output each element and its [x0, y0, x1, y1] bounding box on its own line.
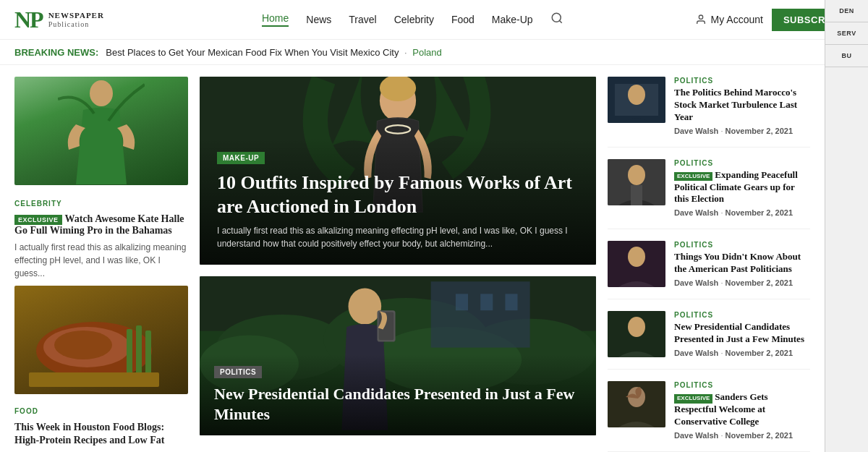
svg-rect-10 — [29, 372, 159, 387]
left-bottom-article: FOOD This Week in Houston Food Blogs: Hi… — [14, 286, 188, 447]
svg-point-31 — [628, 85, 645, 105]
svg-rect-34 — [631, 185, 642, 205]
nav-home[interactable]: Home — [262, 12, 289, 27]
sidebar-thumb-0 — [608, 77, 665, 123]
sidebar-image-2 — [608, 241, 665, 287]
logo-publication: Publication — [48, 20, 104, 28]
far-right-item-2[interactable]: BU — [825, 45, 868, 67]
food-image — [14, 286, 188, 394]
sidebar-item-4: POLITICS EXCLUSIVESanders Gets Respectfu… — [608, 381, 810, 452]
logo-np: NP — [14, 7, 43, 33]
sidebar-content-4: POLITICS EXCLUSIVESanders Gets Respectfu… — [674, 381, 810, 440]
far-right-panel: DEN SERV BU — [825, 0, 868, 452]
svg-line-1 — [559, 20, 561, 22]
center-top-excerpt: I actually first read this as alkalizing… — [217, 224, 579, 250]
sidebar-item-2: POLITICS Things You Didn't Know About th… — [608, 241, 810, 299]
svg-rect-7 — [127, 329, 132, 380]
svg-rect-25 — [505, 294, 517, 310]
svg-rect-23 — [456, 294, 468, 310]
svg-point-3 — [90, 80, 113, 106]
sidebar-title-0: The Politics Behind Marocco's Stock Mark… — [674, 87, 810, 124]
center-bottom-overlay: POLITICS New Presidential Candidates Pre… — [200, 354, 596, 435]
breaking-news-link[interactable]: Poland — [412, 47, 441, 58]
left-top-category: CELEBRITY — [14, 200, 62, 208]
svg-rect-9 — [145, 331, 151, 380]
center-top-overlay: MAKE-UP 10 Outfits Inspired by Famous Wo… — [200, 137, 596, 265]
logo-text: NEWSPAPER Publication — [48, 11, 104, 27]
sidebar-title-4: EXCLUSIVESanders Gets Respectful Welcome… — [674, 391, 810, 428]
sidebar-thumb-2 — [608, 241, 665, 287]
sidebar-title-1: EXCLUSIVEExpanding Peacefull Political C… — [674, 169, 810, 206]
sidebar-meta-1: Dave Walsh · November 2, 2021 — [674, 208, 810, 217]
politics-tag-center-bottom: POLITICS — [214, 366, 262, 378]
svg-point-2 — [699, 15, 702, 19]
breaking-news-text: Best Places to Get Your Mexican Food Fix… — [106, 47, 399, 58]
sidebar-title-3: New Presidential Candidates Presented in… — [674, 321, 810, 346]
svg-point-0 — [552, 13, 561, 22]
center-top-article: MAKE-UP 10 Outfits Inspired by Famous Wo… — [200, 77, 596, 265]
center-top-title: 10 Outfits Inspired by Famous Works of A… — [217, 171, 579, 218]
sidebar-content-3: POLITICS New Presidential Candidates Pre… — [674, 311, 810, 357]
header: NP NEWSPAPER Publication Home News Trave… — [0, 0, 868, 40]
sidebar-content-0: POLITICS The Politics Behind Marocco's S… — [674, 77, 810, 135]
left-top-excerpt: I actually first read this as alkalizing… — [14, 241, 188, 280]
svg-point-6 — [54, 331, 112, 359]
center-column: MAKE-UP 10 Outfits Inspired by Famous Wo… — [200, 77, 596, 452]
svg-rect-24 — [480, 294, 493, 310]
exclusive-badge-left-top: EXCLUSIVE — [14, 215, 62, 225]
my-account-button[interactable]: My Account — [695, 14, 763, 25]
main-nav: Home News Travel Celebrity Food Make-Up — [262, 12, 563, 27]
center-bottom-article: POLITICS New Presidential Candidates Pre… — [200, 276, 596, 435]
far-right-item-0[interactable]: DEN — [825, 0, 868, 22]
sidebar-category-4: POLITICS — [674, 381, 810, 389]
exclusive-badge-sidebar-1: EXCLUSIVE — [674, 172, 712, 181]
left-top-image — [14, 77, 188, 185]
breaking-news-ticker: Best Places to Get Your Mexican Food Fix… — [106, 47, 824, 58]
logo-name: NEWSPAPER — [48, 11, 104, 20]
breaking-news-bar: BREAKING NEWS: Best Places to Get Your M… — [0, 40, 868, 65]
sidebar-category-3: POLITICS — [674, 311, 810, 319]
logo: NP NEWSPAPER Publication — [14, 7, 130, 33]
center-bottom-title: New Presidential Candidates Presented in… — [214, 384, 582, 424]
sidebar-meta-4: Dave Walsh · November 2, 2021 — [674, 431, 810, 440]
svg-point-33 — [628, 165, 645, 185]
sidebar-image-0 — [608, 77, 665, 123]
sidebar-content-2: POLITICS Things You Didn't Know About th… — [674, 241, 810, 287]
sidebar-thumb-1 — [608, 159, 665, 205]
svg-point-36 — [628, 247, 645, 267]
main-content: CELEBRITY EXCLUSIVEWatch Awesome Kate Ha… — [0, 65, 868, 452]
left-column: CELEBRITY EXCLUSIVEWatch Awesome Kate Ha… — [14, 77, 188, 452]
celebrity-image — [14, 77, 188, 185]
sidebar-category-0: POLITICS — [674, 77, 810, 85]
breaking-news-label: BREAKING NEWS: — [14, 47, 98, 58]
sidebar-meta-3: Dave Walsh · November 2, 2021 — [674, 349, 810, 357]
left-bottom-title: This Week in Houston Food Blogs: High-Pr… — [14, 421, 188, 447]
sidebar-category-2: POLITICS — [674, 241, 810, 249]
user-icon — [695, 14, 707, 25]
nav-celebrity[interactable]: Celebrity — [394, 14, 434, 25]
left-top-article: CELEBRITY EXCLUSIVEWatch Awesome Kate Ha… — [14, 77, 188, 280]
search-icon[interactable] — [550, 12, 563, 27]
sidebar-meta-0: Dave Walsh · November 2, 2021 — [674, 127, 810, 135]
sidebar-image-icon-4 — [608, 381, 665, 427]
nav-travel[interactable]: Travel — [349, 14, 376, 25]
sidebar-image-icon-2 — [608, 241, 665, 287]
makeup-tag: MAKE-UP — [217, 152, 265, 164]
sidebar-item-1: POLITICS EXCLUSIVEExpanding Peacefull Po… — [608, 159, 810, 230]
food-image-inner — [14, 286, 188, 394]
sidebar-image-icon-1 — [608, 159, 665, 205]
sidebar-item-3: POLITICS New Presidential Candidates Pre… — [608, 311, 810, 370]
sidebar-image-1 — [608, 159, 665, 205]
sidebar-image-icon-3 — [608, 311, 665, 357]
nav-news[interactable]: News — [306, 14, 331, 25]
nav-food[interactable]: Food — [451, 14, 475, 25]
sidebar-title-2: Things You Didn't Know About the America… — [674, 251, 810, 276]
sidebar-image-3 — [608, 311, 665, 357]
sidebar-thumb-4 — [608, 381, 665, 427]
food-figure-icon — [14, 286, 174, 394]
far-right-item-1[interactable]: SERV — [825, 22, 868, 45]
svg-point-38 — [628, 317, 645, 337]
sidebar-meta-2: Dave Walsh · November 2, 2021 — [674, 278, 810, 287]
nav-makeup[interactable]: Make-Up — [492, 14, 533, 25]
sidebar-content-1: POLITICS EXCLUSIVEExpanding Peacefull Po… — [674, 159, 810, 218]
